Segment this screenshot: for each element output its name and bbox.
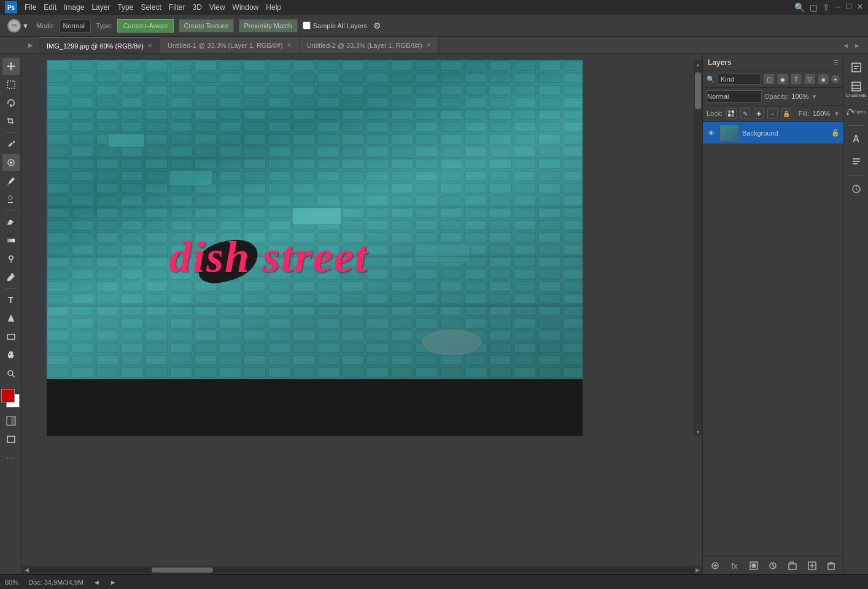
layer-delete-btn[interactable] — [825, 560, 837, 572]
tab-arrow-left[interactable]: ◄ — [840, 42, 851, 49]
layer-background[interactable]: 👁 Background 🔒 — [703, 122, 843, 144]
eyedropper-tool[interactable] — [2, 136, 20, 153]
fill-arrow[interactable]: ▼ — [834, 110, 840, 117]
menu-file[interactable]: File — [25, 3, 36, 12]
filter-type-icon[interactable]: T — [791, 74, 802, 85]
paragraph-panel-btn[interactable] — [847, 152, 866, 171]
filter-toggle-btn[interactable]: ● — [831, 75, 840, 83]
brush-tool[interactable] — [2, 172, 20, 190]
heal-settings-btn[interactable]: ⚙ — [372, 20, 382, 32]
path-selection-tool[interactable] — [2, 310, 20, 327]
create-texture-btn[interactable]: Create Texture — [179, 19, 234, 33]
tab-arrow-right[interactable]: ► — [851, 42, 863, 49]
menu-view[interactable]: View — [209, 3, 225, 12]
opacity-arrow[interactable]: ▼ — [812, 93, 818, 100]
crop-tool[interactable] — [2, 113, 20, 130]
hscroll-right-arrow[interactable]: ▶ — [696, 567, 700, 573]
horizontal-scrollbar[interactable]: ◀ ▶ — [22, 566, 702, 574]
layer-mask-btn[interactable] — [748, 560, 760, 572]
lock-artboard-btn[interactable]: ▫ — [767, 108, 777, 119]
zoom-tool[interactable] — [2, 365, 20, 382]
menu-image[interactable]: Image — [64, 3, 84, 12]
menu-filter[interactable]: Filter — [169, 3, 185, 12]
mode-select[interactable]: Normal Replace Multiply — [60, 19, 91, 33]
screen-mode-btn[interactable] — [2, 431, 20, 448]
tab-scroll-left[interactable]: ▶ — [25, 37, 37, 53]
gradient-tool[interactable] — [2, 232, 20, 249]
eraser-tool[interactable] — [2, 214, 20, 231]
move-tool[interactable] — [2, 58, 20, 75]
hscroll-left-arrow[interactable]: ◀ — [25, 567, 29, 573]
window-minimize[interactable]: ─ — [835, 2, 840, 12]
svg-rect-12 — [11, 417, 15, 425]
menu-edit[interactable]: Edit — [44, 3, 56, 12]
svg-rect-62 — [852, 63, 861, 72]
menu-select[interactable]: Select — [141, 3, 161, 12]
canvas-container[interactable]: dish street ▲ ▼ — [22, 54, 702, 566]
proximity-match-btn[interactable]: Proximity Match — [239, 19, 298, 33]
filter-vector-icon[interactable]: ▽ — [804, 74, 815, 85]
healing-brush-tool[interactable]: 74 ▼ — [5, 18, 31, 34]
layer-link-btn[interactable] — [709, 560, 721, 572]
status-arrow-left[interactable]: ◄ — [93, 579, 100, 586]
hscroll-thumb[interactable] — [152, 568, 213, 572]
hand-tool[interactable] — [2, 347, 20, 364]
layer-new-btn[interactable] — [806, 560, 818, 572]
menu-3d[interactable]: 3D — [192, 3, 201, 12]
filter-adjustment-icon[interactable]: ◆ — [777, 74, 788, 85]
close-tab-2[interactable]: ✕ — [287, 42, 292, 48]
layers-kind-select[interactable]: Kind — [718, 74, 761, 85]
layer-group-btn[interactable] — [786, 560, 799, 572]
paths-panel-btn[interactable]: Paths — [847, 102, 866, 121]
rectangle-tool[interactable] — [2, 328, 20, 345]
share-icon[interactable]: ⇧ — [823, 2, 830, 12]
filter-smart-icon[interactable]: ■ — [818, 74, 829, 85]
channels-panel-btn[interactable]: Channels — [847, 80, 866, 99]
menu-layer[interactable]: Layer — [91, 3, 110, 12]
window-close[interactable]: ✕ — [857, 2, 863, 12]
layers-panel-menu-btn[interactable]: ☰ — [833, 59, 839, 66]
layer-adjustment-btn[interactable] — [767, 560, 779, 572]
layer-visibility-eye[interactable]: 👁 — [707, 128, 716, 138]
foreground-color-swatch[interactable] — [1, 389, 15, 402]
vscroll-down-arrow[interactable]: ▼ — [695, 429, 701, 435]
status-arrow-right[interactable]: ► — [110, 579, 117, 586]
sample-all-checkbox[interactable] — [303, 21, 311, 29]
window-maximize[interactable]: ☐ — [845, 2, 852, 12]
close-tab-1[interactable]: ✕ — [147, 42, 152, 49]
lock-all-btn[interactable]: 🔒 — [781, 108, 791, 119]
vscroll-up-arrow[interactable]: ▲ — [695, 61, 701, 67]
properties-panel-btn[interactable] — [847, 58, 866, 77]
more-tools[interactable]: ··· — [2, 449, 20, 466]
filter-pixel-icon[interactable]: ▢ — [764, 74, 775, 85]
hscroll-track[interactable] — [29, 568, 696, 572]
tab-untitled2[interactable]: Untitled-2 @ 33,3% (Layer 1, RGB/8#) ✕ — [300, 37, 439, 53]
lock-image-btn[interactable]: ✎ — [740, 108, 750, 119]
lasso-tool[interactable] — [2, 94, 20, 112]
blend-mode-select[interactable]: Normal — [707, 90, 762, 102]
quick-mask-toggle[interactable] — [2, 412, 20, 429]
content-aware-btn[interactable]: Content-Aware — [117, 19, 173, 33]
menu-type[interactable]: Type — [117, 3, 133, 12]
dodge-tool[interactable] — [2, 250, 20, 268]
text-tool[interactable]: T — [2, 291, 20, 309]
menu-help[interactable]: Help — [266, 3, 281, 12]
close-tab-3[interactable]: ✕ — [426, 42, 431, 48]
vertical-scrollbar[interactable]: ▲ ▼ — [694, 60, 702, 436]
marquee-tool[interactable] — [2, 76, 20, 93]
lock-transparent-btn[interactable] — [726, 108, 736, 119]
character-panel-btn[interactable]: A — [847, 129, 866, 149]
stamp-tool[interactable] — [2, 191, 20, 208]
lock-position-btn[interactable]: ✚ — [754, 108, 764, 119]
canvas[interactable]: dish street — [47, 60, 583, 436]
search-icon[interactable]: 🔍 — [794, 2, 805, 12]
tab-untitled1[interactable]: Untitled-1 @ 33,3% (Layer 1, RGB/8#) ✕ — [160, 37, 300, 53]
pen-tool[interactable] — [2, 269, 20, 286]
menu-window[interactable]: Window — [233, 3, 259, 12]
vscroll-thumb[interactable] — [695, 72, 701, 109]
tab-img1299[interactable]: IMG_1299.jpg @ 60% (RGB/8#) ✕ — [39, 37, 160, 53]
healing-brush-tool-left[interactable] — [2, 154, 20, 171]
workspace-icon[interactable]: ▢ — [810, 2, 818, 12]
adjustments-panel-btn[interactable] — [847, 179, 866, 199]
layer-fx-btn[interactable]: fx — [728, 560, 740, 572]
